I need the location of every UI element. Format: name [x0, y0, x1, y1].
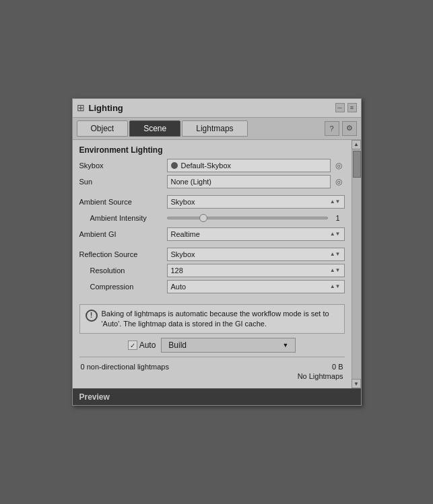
tab-bar: Object Scene Lightmaps ? ⚙ — [73, 118, 361, 140]
divider-3 — [79, 296, 345, 300]
size-value: 0 B — [332, 363, 343, 371]
sun-control: None (Light) ◎ — [167, 175, 345, 188]
ambient-source-row: Ambient Source Skybox ▲▼ — [79, 195, 345, 209]
ambient-gi-row: Ambient GI Realtime ▲▼ — [79, 227, 345, 241]
tab-actions: ? ⚙ — [325, 121, 357, 136]
skybox-control: Default-Skybox ◎ — [167, 159, 345, 172]
ambient-intensity-control: 1 — [167, 214, 345, 222]
compression-control: Auto ▲▼ — [167, 280, 345, 293]
reflection-source-value: Skybox — [171, 250, 195, 258]
tab-scene[interactable]: Scene — [129, 120, 180, 137]
auto-checkbox-icon[interactable]: ✓ — [128, 340, 137, 350]
lightmaps-label: 0 non-directional lightmaps — [81, 363, 169, 371]
ambient-gi-arrow-icon: ▲▼ — [330, 231, 341, 237]
settings-button[interactable]: ⚙ — [342, 121, 357, 136]
build-button[interactable]: Build ▼ — [161, 338, 296, 353]
scroll-down-button[interactable]: ▼ — [352, 379, 361, 388]
window-title: Lighting — [89, 103, 123, 113]
reflection-source-control: Skybox ▲▼ — [167, 248, 345, 261]
reflection-source-arrow-icon: ▲▼ — [330, 251, 341, 257]
info-box: ! Baking of lightmaps is automatic becau… — [79, 304, 345, 334]
resolution-arrow-icon: ▲▼ — [330, 267, 341, 273]
skybox-field[interactable]: Default-Skybox — [167, 159, 331, 172]
reflection-source-row: Reflection Source Skybox ▲▼ — [79, 248, 345, 261]
compression-select[interactable]: Auto ▲▼ — [167, 280, 345, 293]
skybox-target-icon[interactable]: ◎ — [333, 159, 345, 172]
main-content: Environment Lighting Skybox Default-Skyb… — [73, 140, 352, 389]
ambient-source-value: Skybox — [171, 198, 195, 206]
compression-value: Auto — [171, 283, 187, 291]
sun-label: Sun — [79, 178, 167, 186]
stats-row: 0 non-directional lightmaps 0 B — [81, 363, 343, 371]
title-bar: ⊞ Lighting ─ ≡ — [73, 99, 361, 118]
ambient-gi-value: Realtime — [171, 230, 200, 238]
title-bar-right: ─ ≡ — [335, 103, 357, 112]
compression-label: Compression — [79, 283, 167, 291]
ambient-source-select[interactable]: Skybox ▲▼ — [167, 195, 345, 209]
skybox-value: Default-Skybox — [181, 161, 232, 170]
tab-lightmaps[interactable]: Lightmaps — [182, 120, 247, 137]
tab-object[interactable]: Object — [77, 120, 129, 137]
ambient-source-label: Ambient Source — [79, 198, 167, 206]
build-dropdown-arrow-icon[interactable]: ▼ — [282, 342, 288, 349]
minimize-button[interactable]: ─ — [335, 103, 345, 112]
resolution-control: 128 ▲▼ — [167, 264, 345, 277]
resolution-row: Resolution 128 ▲▼ — [79, 264, 345, 277]
compression-arrow-icon: ▲▼ — [330, 283, 341, 289]
ambient-intensity-track[interactable] — [167, 217, 328, 219]
stats-area: 0 non-directional lightmaps 0 B No Light… — [79, 360, 345, 383]
stats-separator — [79, 357, 345, 357]
help-button[interactable]: ? — [325, 121, 339, 136]
scrollbar-thumb[interactable] — [353, 151, 361, 178]
info-icon: ! — [86, 310, 98, 322]
auto-label: Auto — [139, 340, 156, 350]
skybox-row: Skybox Default-Skybox ◎ — [79, 159, 345, 172]
bottom-bar: Preview — [73, 388, 361, 405]
scrollbar: ▲ ▼ — [352, 140, 361, 389]
resolution-select[interactable]: 128 ▲▼ — [167, 264, 345, 277]
info-text: Baking of lightmaps is automatic because… — [102, 309, 339, 330]
build-label: Build — [168, 340, 187, 350]
env-lighting-header: Environment Lighting — [79, 145, 345, 155]
sun-row: Sun None (Light) ◎ — [79, 175, 345, 188]
sun-field[interactable]: None (Light) — [167, 175, 331, 188]
title-bar-left: ⊞ Lighting — [77, 102, 123, 113]
ambient-gi-control: Realtime ▲▼ — [167, 227, 345, 241]
compression-row: Compression Auto ▲▼ — [79, 280, 345, 293]
lighting-window: ⊞ Lighting ─ ≡ Object Scene Lightmaps ? … — [72, 98, 362, 406]
skybox-label: Skybox — [79, 161, 167, 170]
ambient-source-control: Skybox ▲▼ — [167, 195, 345, 209]
sun-target-icon[interactable]: ◎ — [333, 176, 345, 188]
reflection-source-select[interactable]: Skybox ▲▼ — [167, 248, 345, 261]
skybox-dot-icon — [171, 162, 178, 169]
ambient-intensity-thumb[interactable] — [199, 214, 207, 222]
ambient-intensity-label: Ambient Intensity — [79, 214, 167, 222]
ambient-gi-select[interactable]: Realtime ▲▼ — [167, 227, 345, 241]
reflection-source-label: Reflection Source — [79, 250, 167, 258]
auto-checkbox[interactable]: ✓ Auto — [128, 340, 156, 350]
content-area: Environment Lighting Skybox Default-Skyb… — [73, 140, 361, 389]
resolution-label: Resolution — [79, 266, 167, 275]
resolution-value: 128 — [171, 266, 183, 275]
preview-label: Preview — [79, 392, 110, 402]
menu-button[interactable]: ≡ — [347, 103, 357, 112]
tabs: Object Scene Lightmaps — [77, 120, 325, 137]
scroll-up-button[interactable]: ▲ — [352, 140, 361, 149]
sun-value: None (Light) — [171, 178, 212, 186]
ambient-source-arrow-icon: ▲▼ — [330, 199, 341, 205]
ambient-intensity-row: Ambient Intensity 1 — [79, 211, 345, 225]
scrollbar-track[interactable] — [352, 149, 361, 380]
window-icon: ⊞ — [77, 102, 85, 113]
ambient-gi-label: Ambient GI — [79, 230, 167, 238]
build-row: ✓ Auto Build ▼ — [79, 338, 345, 353]
no-lightmaps-label: No Lightmaps — [81, 372, 343, 380]
ambient-intensity-value: 1 — [331, 214, 345, 222]
ambient-intensity-slider-container: 1 — [167, 214, 345, 222]
